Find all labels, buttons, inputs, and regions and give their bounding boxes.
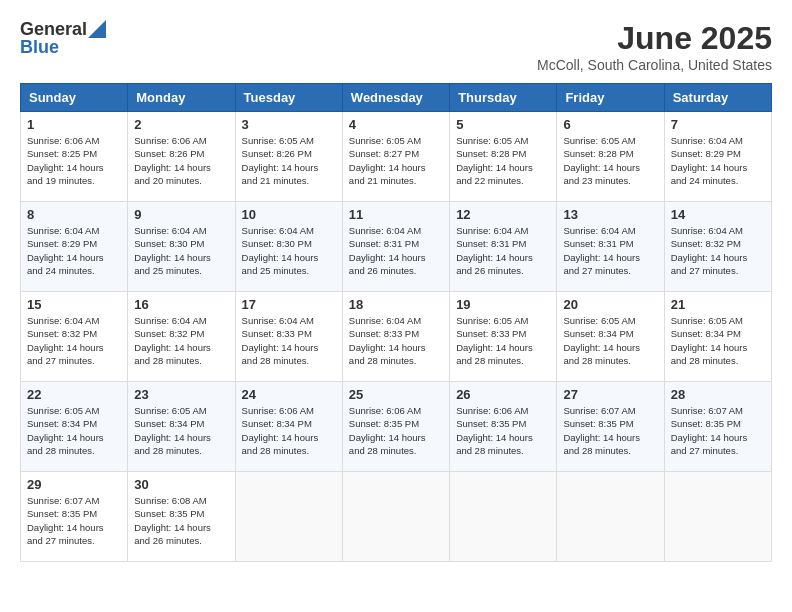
day-info: Sunrise: 6:04 AMSunset: 8:32 PMDaylight:… xyxy=(134,314,228,367)
day-info: Sunrise: 6:06 AMSunset: 8:26 PMDaylight:… xyxy=(134,134,228,187)
day-info: Sunrise: 6:05 AMSunset: 8:27 PMDaylight:… xyxy=(349,134,443,187)
calendar-cell: 25Sunrise: 6:06 AMSunset: 8:35 PMDayligh… xyxy=(342,382,449,472)
logo-general-text: General xyxy=(20,20,87,38)
day-number: 13 xyxy=(563,207,657,222)
svg-marker-0 xyxy=(88,20,106,38)
day-number: 11 xyxy=(349,207,443,222)
calendar-week-2: 8Sunrise: 6:04 AMSunset: 8:29 PMDaylight… xyxy=(21,202,772,292)
calendar-cell: 24Sunrise: 6:06 AMSunset: 8:34 PMDayligh… xyxy=(235,382,342,472)
calendar-body: 1Sunrise: 6:06 AMSunset: 8:25 PMDaylight… xyxy=(21,112,772,562)
day-number: 9 xyxy=(134,207,228,222)
day-number: 29 xyxy=(27,477,121,492)
calendar-cell xyxy=(235,472,342,562)
calendar-cell: 19Sunrise: 6:05 AMSunset: 8:33 PMDayligh… xyxy=(450,292,557,382)
calendar-cell: 18Sunrise: 6:04 AMSunset: 8:33 PMDayligh… xyxy=(342,292,449,382)
day-number: 18 xyxy=(349,297,443,312)
day-info: Sunrise: 6:07 AMSunset: 8:35 PMDaylight:… xyxy=(671,404,765,457)
day-info: Sunrise: 6:06 AMSunset: 8:25 PMDaylight:… xyxy=(27,134,121,187)
calendar-cell: 23Sunrise: 6:05 AMSunset: 8:34 PMDayligh… xyxy=(128,382,235,472)
day-number: 10 xyxy=(242,207,336,222)
calendar-cell: 10Sunrise: 6:04 AMSunset: 8:30 PMDayligh… xyxy=(235,202,342,292)
day-number: 19 xyxy=(456,297,550,312)
day-info: Sunrise: 6:04 AMSunset: 8:32 PMDaylight:… xyxy=(671,224,765,277)
day-info: Sunrise: 6:06 AMSunset: 8:35 PMDaylight:… xyxy=(349,404,443,457)
calendar-cell: 30Sunrise: 6:08 AMSunset: 8:35 PMDayligh… xyxy=(128,472,235,562)
calendar-cell: 16Sunrise: 6:04 AMSunset: 8:32 PMDayligh… xyxy=(128,292,235,382)
day-info: Sunrise: 6:06 AMSunset: 8:35 PMDaylight:… xyxy=(456,404,550,457)
calendar-cell: 17Sunrise: 6:04 AMSunset: 8:33 PMDayligh… xyxy=(235,292,342,382)
calendar-cell: 3Sunrise: 6:05 AMSunset: 8:26 PMDaylight… xyxy=(235,112,342,202)
weekday-header-sunday: Sunday xyxy=(21,84,128,112)
calendar-week-5: 29Sunrise: 6:07 AMSunset: 8:35 PMDayligh… xyxy=(21,472,772,562)
day-info: Sunrise: 6:08 AMSunset: 8:35 PMDaylight:… xyxy=(134,494,228,547)
calendar-cell: 4Sunrise: 6:05 AMSunset: 8:27 PMDaylight… xyxy=(342,112,449,202)
calendar-cell xyxy=(342,472,449,562)
day-info: Sunrise: 6:05 AMSunset: 8:28 PMDaylight:… xyxy=(456,134,550,187)
calendar-cell: 9Sunrise: 6:04 AMSunset: 8:30 PMDaylight… xyxy=(128,202,235,292)
calendar-cell: 28Sunrise: 6:07 AMSunset: 8:35 PMDayligh… xyxy=(664,382,771,472)
day-number: 14 xyxy=(671,207,765,222)
weekday-header-row: SundayMondayTuesdayWednesdayThursdayFrid… xyxy=(21,84,772,112)
day-info: Sunrise: 6:04 AMSunset: 8:30 PMDaylight:… xyxy=(242,224,336,277)
month-title: June 2025 xyxy=(537,20,772,57)
calendar-cell: 11Sunrise: 6:04 AMSunset: 8:31 PMDayligh… xyxy=(342,202,449,292)
day-number: 15 xyxy=(27,297,121,312)
logo-triangle-icon xyxy=(88,20,106,38)
day-number: 5 xyxy=(456,117,550,132)
day-info: Sunrise: 6:04 AMSunset: 8:29 PMDaylight:… xyxy=(27,224,121,277)
calendar-cell: 29Sunrise: 6:07 AMSunset: 8:35 PMDayligh… xyxy=(21,472,128,562)
day-number: 28 xyxy=(671,387,765,402)
day-number: 2 xyxy=(134,117,228,132)
day-info: Sunrise: 6:05 AMSunset: 8:34 PMDaylight:… xyxy=(671,314,765,367)
calendar-cell: 26Sunrise: 6:06 AMSunset: 8:35 PMDayligh… xyxy=(450,382,557,472)
day-info: Sunrise: 6:05 AMSunset: 8:26 PMDaylight:… xyxy=(242,134,336,187)
calendar-cell: 20Sunrise: 6:05 AMSunset: 8:34 PMDayligh… xyxy=(557,292,664,382)
day-info: Sunrise: 6:05 AMSunset: 8:34 PMDaylight:… xyxy=(563,314,657,367)
day-info: Sunrise: 6:07 AMSunset: 8:35 PMDaylight:… xyxy=(27,494,121,547)
logo: General Blue xyxy=(20,20,106,56)
logo-blue-text: Blue xyxy=(20,38,59,56)
weekday-header-wednesday: Wednesday xyxy=(342,84,449,112)
day-number: 20 xyxy=(563,297,657,312)
calendar-cell: 12Sunrise: 6:04 AMSunset: 8:31 PMDayligh… xyxy=(450,202,557,292)
calendar-week-4: 22Sunrise: 6:05 AMSunset: 8:34 PMDayligh… xyxy=(21,382,772,472)
day-info: Sunrise: 6:04 AMSunset: 8:30 PMDaylight:… xyxy=(134,224,228,277)
calendar-cell: 22Sunrise: 6:05 AMSunset: 8:34 PMDayligh… xyxy=(21,382,128,472)
day-number: 24 xyxy=(242,387,336,402)
day-number: 7 xyxy=(671,117,765,132)
day-number: 21 xyxy=(671,297,765,312)
calendar-cell: 14Sunrise: 6:04 AMSunset: 8:32 PMDayligh… xyxy=(664,202,771,292)
day-info: Sunrise: 6:05 AMSunset: 8:34 PMDaylight:… xyxy=(134,404,228,457)
day-info: Sunrise: 6:06 AMSunset: 8:34 PMDaylight:… xyxy=(242,404,336,457)
day-info: Sunrise: 6:04 AMSunset: 8:33 PMDaylight:… xyxy=(242,314,336,367)
calendar-table: SundayMondayTuesdayWednesdayThursdayFrid… xyxy=(20,83,772,562)
day-number: 30 xyxy=(134,477,228,492)
calendar-cell xyxy=(664,472,771,562)
day-number: 4 xyxy=(349,117,443,132)
weekday-header-monday: Monday xyxy=(128,84,235,112)
day-info: Sunrise: 6:04 AMSunset: 8:32 PMDaylight:… xyxy=(27,314,121,367)
calendar-cell: 13Sunrise: 6:04 AMSunset: 8:31 PMDayligh… xyxy=(557,202,664,292)
day-number: 3 xyxy=(242,117,336,132)
calendar-week-1: 1Sunrise: 6:06 AMSunset: 8:25 PMDaylight… xyxy=(21,112,772,202)
day-number: 12 xyxy=(456,207,550,222)
day-info: Sunrise: 6:04 AMSunset: 8:29 PMDaylight:… xyxy=(671,134,765,187)
day-info: Sunrise: 6:05 AMSunset: 8:28 PMDaylight:… xyxy=(563,134,657,187)
calendar-cell: 7Sunrise: 6:04 AMSunset: 8:29 PMDaylight… xyxy=(664,112,771,202)
day-info: Sunrise: 6:04 AMSunset: 8:33 PMDaylight:… xyxy=(349,314,443,367)
calendar-cell: 5Sunrise: 6:05 AMSunset: 8:28 PMDaylight… xyxy=(450,112,557,202)
calendar-cell: 21Sunrise: 6:05 AMSunset: 8:34 PMDayligh… xyxy=(664,292,771,382)
day-info: Sunrise: 6:04 AMSunset: 8:31 PMDaylight:… xyxy=(349,224,443,277)
calendar-cell: 15Sunrise: 6:04 AMSunset: 8:32 PMDayligh… xyxy=(21,292,128,382)
calendar-cell xyxy=(450,472,557,562)
calendar-cell: 8Sunrise: 6:04 AMSunset: 8:29 PMDaylight… xyxy=(21,202,128,292)
day-info: Sunrise: 6:05 AMSunset: 8:33 PMDaylight:… xyxy=(456,314,550,367)
day-number: 23 xyxy=(134,387,228,402)
location-subtitle: McColl, South Carolina, United States xyxy=(537,57,772,73)
day-number: 1 xyxy=(27,117,121,132)
title-area: June 2025 McColl, South Carolina, United… xyxy=(537,20,772,73)
day-info: Sunrise: 6:04 AMSunset: 8:31 PMDaylight:… xyxy=(563,224,657,277)
calendar-cell: 27Sunrise: 6:07 AMSunset: 8:35 PMDayligh… xyxy=(557,382,664,472)
day-number: 17 xyxy=(242,297,336,312)
day-number: 22 xyxy=(27,387,121,402)
